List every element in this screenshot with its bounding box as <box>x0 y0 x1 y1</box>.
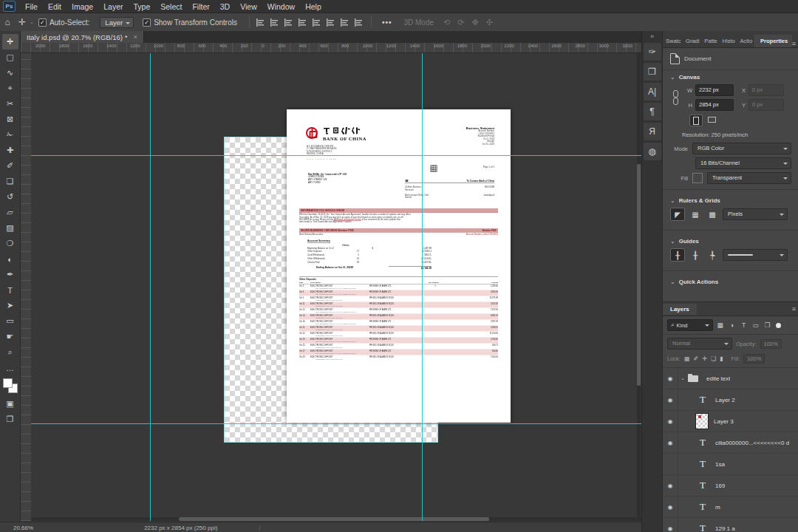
tool-button[interactable]: ⌕ <box>2 344 18 360</box>
lock-icon[interactable]: ▦ <box>684 355 690 362</box>
panel-icon[interactable]: ¶ <box>644 103 661 120</box>
status-chevron-icon[interactable]: 〉 <box>258 524 264 532</box>
checkbox-icon[interactable]: ✓ <box>143 18 151 27</box>
toggle-pixel-grid-icon[interactable]: ▩ <box>706 208 719 220</box>
auto-select-toggle[interactable]: ✓ Auto-Select: <box>38 18 89 27</box>
tool-button[interactable]: ❏ <box>2 174 18 189</box>
tool-button[interactable]: ☛ <box>2 329 18 344</box>
tool-button[interactable]: ⌖ <box>2 81 18 96</box>
tool-button[interactable]: ✂ <box>2 96 18 112</box>
layer-row[interactable]: ◉ T cilla0000000...<<<<<<<<0 d <box>663 432 798 454</box>
options-extra-icon[interactable]: ✣ <box>486 18 493 27</box>
menu-item[interactable]: 3D <box>215 2 235 11</box>
layer-row[interactable]: ◉ Layer 3 <box>663 411 798 432</box>
scrollbar-thumb[interactable] <box>179 517 489 521</box>
layer-filter-icon[interactable]: ❐ <box>763 321 772 329</box>
layer-name[interactable]: 1sa <box>715 461 725 468</box>
tool-button[interactable]: ✁ <box>2 127 18 143</box>
layer-thumbnail[interactable]: T <box>696 500 709 514</box>
section-guides[interactable]: ⌄Guides <box>663 234 798 246</box>
menu-item[interactable]: Type <box>128 2 155 11</box>
guide-style-dropdown[interactable] <box>723 249 788 261</box>
auto-select-target-dropdown[interactable]: Layer <box>100 17 134 28</box>
panel-icon[interactable]: ❐ <box>644 63 661 81</box>
document-page[interactable]: BANK OF CHINA A.C.EXCHANGE CENTER, 2 CHA… <box>287 109 511 423</box>
align-icon[interactable] <box>355 18 364 27</box>
menu-item[interactable]: Edit <box>43 2 66 11</box>
opacity-field[interactable]: 100% <box>760 339 782 349</box>
align-icon[interactable] <box>256 18 266 27</box>
toggle-guides-icon[interactable]: ╂ <box>670 248 685 262</box>
tool-button[interactable]: ▭ <box>2 313 18 329</box>
bit-depth-dropdown[interactable]: 16 Bits/Channel <box>695 157 791 169</box>
layer-thumbnail[interactable] <box>687 372 700 385</box>
tab-properties[interactable]: Properties <box>754 35 792 47</box>
tool-button[interactable]: ▢ <box>2 50 18 65</box>
menu-item[interactable]: Image <box>66 2 98 11</box>
layer-thumbnail[interactable]: T <box>696 522 709 532</box>
layer-thumbnail[interactable]: T <box>696 393 709 406</box>
width-field[interactable]: 2232 px <box>695 84 734 96</box>
visibility-eye-icon[interactable]: ◉ <box>663 389 678 410</box>
fill-field[interactable]: 100% <box>743 354 765 364</box>
layer-row[interactable]: ◉ ⌄ edite text <box>663 368 798 389</box>
lock-icon[interactable]: ❏ <box>711 355 716 362</box>
portrait-orientation-button[interactable] <box>689 115 703 126</box>
group-expander-icon[interactable]: ⌄ <box>678 375 687 381</box>
menu-item[interactable]: Help <box>300 2 327 11</box>
guide-horizontal-1[interactable] <box>31 155 641 156</box>
panel-menu-icon[interactable]: ≡ <box>792 305 796 313</box>
layer-name[interactable]: 129 1 a <box>715 525 735 532</box>
align-icon[interactable] <box>313 18 322 27</box>
clear-guides-icon[interactable]: ╄ <box>706 249 719 261</box>
visibility-eye-icon[interactable]: ◉ <box>663 432 678 453</box>
align-icon[interactable] <box>299 18 308 27</box>
toggle-rulers-icon[interactable]: ◤ <box>670 208 685 221</box>
layer-row[interactable]: T 1sa <box>663 454 798 475</box>
move-tool-icon[interactable]: ✛ <box>15 16 30 29</box>
layer-row[interactable]: ◉ T m <box>663 497 798 518</box>
tool-button[interactable]: ▱ <box>2 205 18 220</box>
layer-thumbnail[interactable]: T <box>696 457 709 471</box>
layer-row[interactable]: ◉ T Layer 2 <box>663 389 798 411</box>
x-field[interactable]: 0 px <box>748 84 784 96</box>
tool-button[interactable]: ❍ <box>2 236 18 251</box>
menu-item[interactable]: Layer <box>98 2 128 11</box>
screen-mode-icon[interactable]: ❐ <box>2 412 18 427</box>
options-extra-icon[interactable]: ⟳ <box>457 18 464 27</box>
menu-item[interactable]: Window <box>262 2 300 11</box>
landscape-orientation-button[interactable] <box>706 115 717 125</box>
layer-name[interactable]: Layer 2 <box>715 397 735 403</box>
home-icon[interactable]: ⌂ <box>0 16 15 29</box>
menu-item[interactable]: File <box>20 2 43 11</box>
panel-tab[interactable]: Patte <box>701 35 719 47</box>
layer-thumbnail[interactable]: T <box>696 479 709 492</box>
layer-name[interactable]: edite text <box>706 375 730 382</box>
lock-icon[interactable]: ✐ <box>694 355 699 362</box>
tool-button[interactable]: ▨ <box>2 220 18 236</box>
layer-name[interactable]: cilla0000000...<<<<<<<<0 d <box>715 440 789 446</box>
panel-menu-icon[interactable]: ≡ <box>792 40 796 47</box>
foreground-background-swatches[interactable] <box>3 378 18 393</box>
show-transform-toggle[interactable]: ✓ Show Transform Controls <box>143 18 237 27</box>
layer-filter-icon[interactable]: T <box>739 321 748 329</box>
lock-icon[interactable]: ✛ <box>702 355 707 362</box>
blend-mode-dropdown[interactable]: Normal <box>667 338 732 349</box>
tool-button[interactable]: ◐ <box>2 251 18 267</box>
tool-button[interactable]: ∿ <box>2 65 18 81</box>
layer-row[interactable]: ◉ T 129 1 a <box>663 518 798 532</box>
fill-dropdown[interactable]: Transparent <box>707 172 791 184</box>
zoom-percentage[interactable]: 20.66% <box>13 525 33 531</box>
layer-filter-icon[interactable]: ◑ <box>727 321 737 329</box>
tool-button[interactable]: ↺ <box>2 189 18 205</box>
visibility-eye-icon[interactable]: ◉ <box>663 368 678 389</box>
tool-button[interactable]: ➤ <box>2 298 18 313</box>
layer-filter-icon[interactable]: ▦ <box>715 321 725 329</box>
toggle-grid-icon[interactable]: ▦ <box>689 208 702 220</box>
lock-guides-icon[interactable]: ╂ <box>689 249 702 261</box>
align-icon[interactable] <box>327 18 336 27</box>
filter-kind-dropdown[interactable]: ⌕ Kind <box>667 319 713 331</box>
panel-icon[interactable]: ✑ <box>644 43 661 61</box>
panel-tab[interactable]: Swatc <box>663 35 683 47</box>
horizontal-ruler[interactable]: 2000180016001400120010008006004002000200… <box>21 43 641 53</box>
